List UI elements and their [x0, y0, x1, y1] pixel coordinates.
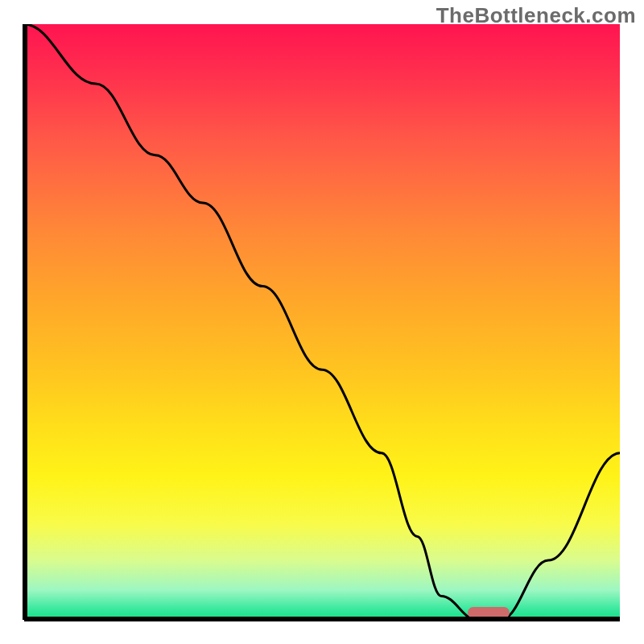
bottleneck-curve [24, 24, 620, 620]
chart-container: TheBottleneck.com [0, 0, 644, 644]
optimal-marker [468, 607, 510, 618]
curve-path [24, 24, 620, 620]
plot-area [24, 24, 620, 620]
